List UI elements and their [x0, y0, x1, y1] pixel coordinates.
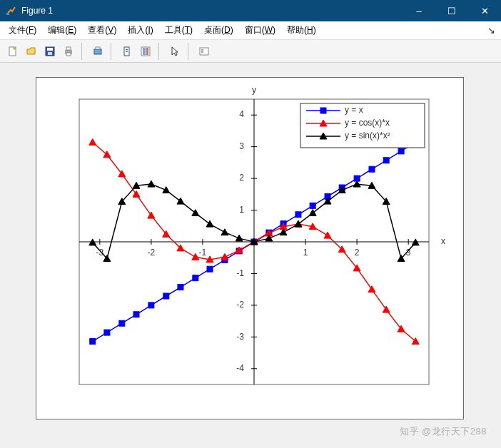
axes[interactable]: -3-2-1123-4-3-2-11234xyy = xy = cos(x)*x…	[36, 77, 464, 419]
svg-text:-1: -1	[236, 268, 244, 278]
svg-rect-52	[90, 339, 96, 345]
svg-rect-9	[96, 47, 100, 49]
svg-text:3: 3	[239, 141, 244, 151]
undock-icon[interactable]: ↘	[487, 25, 495, 36]
svg-text:2: 2	[239, 173, 244, 183]
svg-rect-4	[48, 52, 52, 55]
svg-text:x: x	[441, 236, 445, 246]
svg-rect-67	[310, 203, 315, 208]
open-button[interactable]	[23, 43, 40, 60]
new-file-button[interactable]	[4, 43, 21, 60]
menu-window[interactable]: 窗口(W)	[239, 22, 281, 39]
matlab-icon	[6, 5, 17, 16]
menu-tools[interactable]: 工具(T)	[159, 22, 198, 39]
svg-rect-72	[383, 158, 389, 163]
print-button[interactable]	[60, 43, 77, 60]
svg-text:y = sin(x)*x²: y = sin(x)*x²	[345, 131, 390, 141]
svg-text:-2: -2	[236, 300, 244, 310]
svg-text:-2: -2	[148, 248, 156, 258]
minimize-button[interactable]: –	[403, 0, 435, 21]
svg-text:-3: -3	[236, 332, 244, 342]
svg-text:-3: -3	[96, 248, 103, 258]
svg-rect-3	[47, 48, 53, 51]
svg-rect-57	[163, 293, 169, 299]
svg-text:y = cos(x)*x: y = cos(x)*x	[345, 118, 390, 128]
svg-rect-7	[66, 53, 71, 56]
menu-insert[interactable]: 插入(I)	[122, 22, 158, 39]
svg-rect-6	[66, 47, 71, 50]
svg-rect-55	[133, 312, 139, 317]
svg-rect-66	[295, 212, 301, 218]
svg-rect-77	[320, 108, 326, 113]
toolbar-separator	[111, 43, 116, 60]
window-title: Figure 1	[21, 6, 403, 16]
pointer-button[interactable]	[166, 43, 183, 60]
svg-rect-11	[126, 49, 128, 50]
svg-rect-15	[143, 48, 146, 55]
titlebar: Figure 1 – ☐ ✕	[0, 0, 501, 21]
svg-text:-4: -4	[236, 363, 244, 373]
close-button[interactable]: ✕	[468, 0, 501, 21]
svg-text:4: 4	[239, 109, 244, 119]
svg-text:-1: -1	[199, 248, 207, 258]
menu-help[interactable]: 帮助(H)	[281, 22, 322, 39]
svg-text:y = x: y = x	[345, 105, 363, 115]
toolbar-separator	[158, 43, 163, 60]
svg-rect-0	[6, 13, 9, 15]
svg-rect-53	[104, 330, 110, 335]
svg-rect-60	[207, 266, 213, 272]
svg-rect-8	[94, 49, 101, 54]
figure-canvas[interactable]: -3-2-1123-4-3-2-11234xyy = xy = cos(x)*x…	[0, 63, 501, 448]
svg-rect-54	[119, 320, 125, 326]
svg-rect-71	[369, 166, 375, 172]
toolbar-separator	[188, 43, 193, 60]
menu-view[interactable]: 查看(V)	[82, 22, 122, 39]
menu-edit[interactable]: 编辑(E)	[42, 22, 82, 39]
toolbar-separator	[81, 43, 86, 60]
menu-file[interactable]: 文件(F)	[3, 22, 42, 39]
svg-rect-14	[146, 48, 148, 55]
svg-text:2: 2	[355, 248, 360, 258]
svg-rect-16	[200, 48, 208, 55]
svg-text:1: 1	[303, 248, 308, 258]
svg-rect-58	[178, 285, 183, 290]
svg-text:1: 1	[239, 205, 244, 215]
print-preview-button[interactable]	[89, 43, 106, 60]
menubar: 文件(F) 编辑(E) 查看(V) 插入(I) 工具(T) 桌面(D) 窗口(W…	[0, 21, 501, 40]
save-button[interactable]	[41, 43, 59, 60]
colorbar-button[interactable]	[137, 43, 154, 60]
toolbar	[0, 40, 501, 63]
watermark: 知乎 @龙行天下288	[400, 425, 487, 438]
svg-rect-56	[148, 302, 154, 308]
link-button[interactable]	[118, 43, 136, 60]
insert-legend-button[interactable]	[196, 43, 213, 60]
svg-rect-12	[126, 51, 128, 52]
svg-text:y: y	[252, 85, 256, 95]
svg-rect-59	[193, 275, 198, 281]
maximize-button[interactable]: ☐	[435, 0, 468, 21]
svg-rect-73	[398, 148, 404, 154]
menu-desktop[interactable]: 桌面(D)	[198, 22, 239, 39]
